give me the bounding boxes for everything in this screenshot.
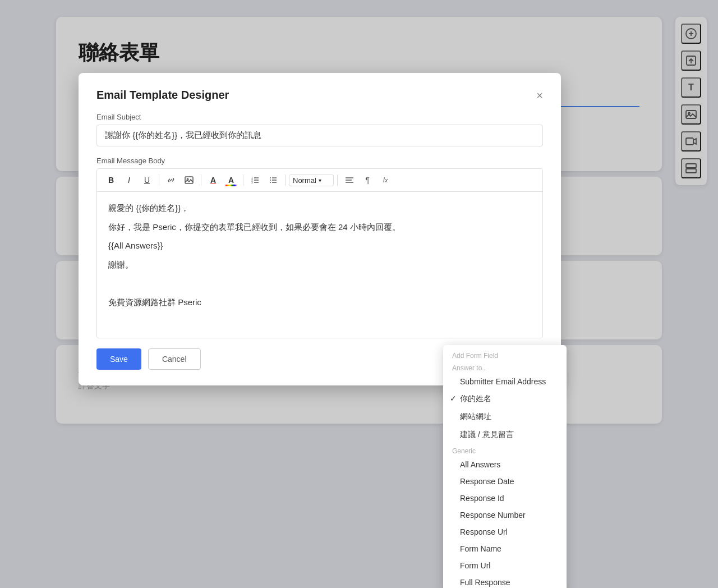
align-button[interactable] xyxy=(341,172,358,188)
paragraph-button[interactable]: ¶ xyxy=(359,172,376,188)
dropdown-item-your-name[interactable]: 你的姓名 xyxy=(443,390,567,408)
body-line-3: {{All Answers}} xyxy=(108,238,531,253)
body-line-2: 你好，我是 Pseric，你提交的表單我已經收到，如果必要會在 24 小時內回覆… xyxy=(108,220,531,235)
toolbar-divider-5 xyxy=(337,174,338,186)
body-label: Email Message Body xyxy=(96,157,543,165)
body-line-1: 親愛的 {{你的姓名}}， xyxy=(108,201,531,215)
svg-text:3: 3 xyxy=(251,181,253,184)
font-color-button[interactable]: A xyxy=(205,172,222,188)
dropdown-item-form-url[interactable]: Form Url xyxy=(443,557,567,574)
body-line-4: 謝謝。 xyxy=(108,258,531,272)
ordered-list-button[interactable]: 1 2 3 xyxy=(247,172,264,188)
toolbar-divider-2 xyxy=(201,174,201,186)
save-button[interactable]: Save xyxy=(96,348,141,370)
dropdown-item-response-number[interactable]: Response Number xyxy=(443,507,567,523)
svg-rect-10 xyxy=(185,177,193,183)
email-template-modal: Email Template Designer × Email Subject … xyxy=(79,73,561,385)
subject-label: Email Subject xyxy=(96,113,543,121)
subject-input[interactable] xyxy=(96,125,543,146)
dropdown-item-all-answers[interactable]: All Answers xyxy=(443,456,567,473)
link-button[interactable] xyxy=(163,172,180,188)
modal-close-button[interactable]: × xyxy=(536,90,543,101)
dropdown-item-form-name[interactable]: Form Name xyxy=(443,540,567,557)
dropdown-item-full-response[interactable]: Full Response xyxy=(443,574,567,588)
dropdown-item-submitter-email[interactable]: Submitter Email Address xyxy=(443,373,567,390)
dropdown-item-response-date[interactable]: Response Date xyxy=(443,473,567,490)
editor-content-area[interactable]: 親愛的 {{你的姓名}}， 你好，我是 Pseric，你提交的表單我已經收到，如… xyxy=(97,192,542,338)
image-insert-button[interactable] xyxy=(181,172,197,188)
unordered-list-button[interactable] xyxy=(265,172,282,188)
toolbar-divider-3 xyxy=(243,174,243,186)
body-signature: 免費資源網路社群 Pseric xyxy=(108,295,531,310)
modal-header: Email Template Designer × xyxy=(96,89,543,102)
dropdown-item-website-url[interactable]: 網站網址 xyxy=(443,408,567,426)
paragraph-style-select[interactable]: Normal ▾ xyxy=(289,174,334,186)
dropdown-section-generic: Generic xyxy=(443,444,567,456)
email-body-editor: B I U A A xyxy=(96,168,543,338)
form-field-dropdown: Add Form Field Answer to.. Submitter Ema… xyxy=(443,345,567,588)
svg-point-20 xyxy=(270,182,271,183)
dropdown-section-add: Add Form Field xyxy=(443,348,567,361)
svg-point-19 xyxy=(270,180,271,181)
toolbar-divider-1 xyxy=(159,174,159,186)
bold-button[interactable]: B xyxy=(103,172,119,188)
dropdown-item-suggestion[interactable]: 建議 / 意見留言 xyxy=(443,426,567,444)
toolbar-divider-4 xyxy=(285,174,286,186)
dropdown-item-response-id[interactable]: Response Id xyxy=(443,490,567,507)
cancel-button[interactable]: Cancel xyxy=(148,348,201,370)
highlight-button[interactable]: A xyxy=(223,172,240,188)
chevron-down-icon: ▾ xyxy=(319,177,321,183)
clear-format-button[interactable]: Ix xyxy=(377,172,394,188)
dropdown-item-response-url[interactable]: Response Url xyxy=(443,523,567,540)
italic-button[interactable]: I xyxy=(121,172,137,188)
underline-button[interactable]: U xyxy=(139,172,155,188)
svg-point-18 xyxy=(270,177,271,178)
modal-title: Email Template Designer xyxy=(96,89,229,102)
editor-toolbar: B I U A A xyxy=(97,169,542,192)
dropdown-section-answer: Answer to.. xyxy=(443,361,567,373)
